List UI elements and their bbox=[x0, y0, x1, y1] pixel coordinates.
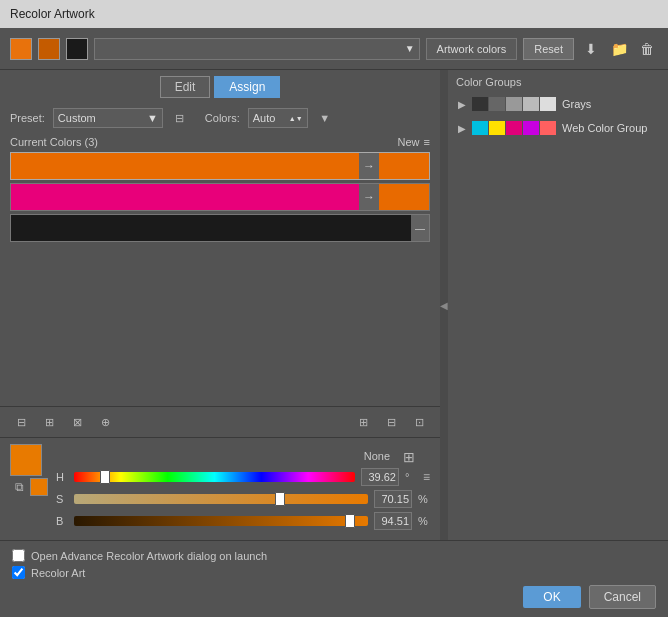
s-label: S bbox=[56, 493, 68, 505]
h-slider-row: H ° ≡ bbox=[56, 468, 430, 486]
open-advance-checkbox[interactable] bbox=[12, 549, 25, 562]
title-bar: Recolor Artwork bbox=[0, 0, 668, 28]
edit-assign-bar: Edit Assign bbox=[0, 70, 440, 104]
color-dropdown[interactable]: ▼ bbox=[94, 38, 420, 60]
h-unit: ° bbox=[405, 471, 417, 483]
current-color-bar-2 bbox=[11, 184, 359, 210]
new-color-bar-1 bbox=[379, 153, 429, 179]
colors-dropdown-icon[interactable]: ▼ bbox=[316, 109, 334, 127]
copy-icon-row: ⧉ bbox=[10, 478, 48, 496]
color-groups-title: Color Groups bbox=[456, 76, 660, 88]
s-slider-thumb[interactable] bbox=[275, 492, 285, 506]
reset-button[interactable]: Reset bbox=[523, 38, 574, 60]
window-title: Recolor Artwork bbox=[10, 7, 95, 21]
grid-icon-1[interactable]: ⊞ bbox=[352, 411, 374, 433]
grid-icon-3[interactable]: ⊡ bbox=[408, 411, 430, 433]
s-unit: % bbox=[418, 493, 430, 505]
dash-line: — bbox=[411, 223, 429, 234]
recolor-art-checkbox[interactable] bbox=[12, 566, 25, 579]
colors-spinner[interactable]: Auto ▲▼ bbox=[248, 108, 308, 128]
color-row-3[interactable]: — bbox=[10, 214, 430, 242]
cancel-button[interactable]: Cancel bbox=[589, 585, 656, 609]
web-group-label: Web Color Group bbox=[562, 122, 647, 134]
color-preview-big[interactable] bbox=[10, 444, 42, 476]
color-row-1[interactable]: → bbox=[10, 152, 430, 180]
web-swatch-3 bbox=[506, 121, 522, 135]
open-advance-row: Open Advance Recolor Artwork dialog on l… bbox=[12, 549, 656, 562]
gray-swatch-5 bbox=[540, 97, 556, 111]
artwork-colors-button[interactable]: Artwork colors bbox=[426, 38, 518, 60]
table-icons-right: ⊞ ⊟ ⊡ bbox=[352, 411, 430, 433]
ok-button[interactable]: OK bbox=[523, 586, 580, 608]
footer: Open Advance Recolor Artwork dialog on l… bbox=[0, 540, 668, 617]
assign-tab[interactable]: Assign bbox=[214, 76, 280, 98]
preset-dropdown[interactable]: Custom ▼ bbox=[53, 108, 163, 128]
current-colors-header: Current Colors (3) bbox=[10, 136, 98, 148]
web-swatch-1 bbox=[472, 121, 488, 135]
color-group-web[interactable]: ▶ Web Color Group bbox=[456, 118, 660, 138]
grays-swatches bbox=[472, 97, 556, 111]
unify-icon[interactable]: ⊠ bbox=[66, 411, 88, 433]
sliders-section: ⧉ None ⊞ H ° bbox=[0, 437, 440, 540]
s-value-input[interactable] bbox=[374, 490, 412, 508]
top-bar: ▼ Artwork colors Reset ⬇ 📁 🗑 bbox=[0, 28, 668, 70]
sliders-col: None ⊞ H ° ≡ S bbox=[56, 444, 430, 534]
main-body: Edit Assign Preset: Custom ▼ ⊟ Colors: A… bbox=[0, 70, 668, 540]
open-advance-label[interactable]: Open Advance Recolor Artwork dialog on l… bbox=[31, 550, 267, 562]
h-label: H bbox=[56, 471, 68, 483]
grid-none-icon[interactable]: ⊞ bbox=[398, 446, 420, 468]
h-slider-track[interactable] bbox=[74, 472, 355, 482]
color-preview-small[interactable] bbox=[30, 478, 48, 496]
preset-row: Preset: Custom ▼ ⊟ Colors: Auto ▲▼ ▼ bbox=[0, 104, 440, 132]
color-group-grays[interactable]: ▶ Grays bbox=[456, 94, 660, 114]
gray-swatch-2 bbox=[489, 97, 505, 111]
h-slider-menu[interactable]: ≡ bbox=[423, 470, 430, 484]
edit-tab[interactable]: Edit bbox=[160, 76, 211, 98]
footer-checks: Open Advance Recolor Artwork dialog on l… bbox=[12, 549, 656, 579]
gray-swatch-3 bbox=[506, 97, 522, 111]
grays-label: Grays bbox=[562, 98, 591, 110]
web-swatch-2 bbox=[489, 121, 505, 135]
h-slider-thumb[interactable] bbox=[100, 470, 110, 484]
b-slider-thumb[interactable] bbox=[345, 514, 355, 528]
window: Recolor Artwork ▼ Artwork colors Reset ⬇… bbox=[0, 0, 668, 617]
delete-icon[interactable]: 🗑 bbox=[636, 38, 658, 60]
recolor-art-label[interactable]: Recolor Art bbox=[31, 567, 85, 579]
new-colors-header: New ≡ bbox=[398, 136, 430, 148]
copy-color-icon[interactable]: ⧉ bbox=[10, 478, 28, 496]
current-color-bar-1 bbox=[11, 153, 359, 179]
none-label: None bbox=[364, 450, 392, 462]
folder-icon[interactable]: 📁 bbox=[608, 38, 630, 60]
table-bottom-icons: ⊟ ⊞ ⊠ ⊕ ⊞ ⊟ ⊡ bbox=[0, 406, 440, 437]
preset-icon[interactable]: ⊟ bbox=[171, 109, 189, 127]
panel-resizer[interactable]: ◀ bbox=[440, 70, 448, 540]
b-slider-row: B % bbox=[56, 512, 430, 530]
swatch-black[interactable] bbox=[66, 38, 88, 60]
colors-table-area: Current Colors (3) New ≡ → → bbox=[0, 132, 440, 406]
grid-icon-2[interactable]: ⊟ bbox=[380, 411, 402, 433]
gray-swatch-4 bbox=[523, 97, 539, 111]
cols-icon[interactable]: ⊞ bbox=[38, 411, 60, 433]
expand-arrow-grays: ▶ bbox=[458, 99, 466, 110]
add-row-icon[interactable]: ⊕ bbox=[94, 411, 116, 433]
web-swatch-4 bbox=[523, 121, 539, 135]
h-value-input[interactable] bbox=[361, 468, 399, 486]
b-unit: % bbox=[418, 515, 430, 527]
color-row-2[interactable]: → bbox=[10, 183, 430, 211]
colors-label: Colors: bbox=[205, 112, 240, 124]
none-and-grid: None ⊞ bbox=[56, 444, 430, 468]
b-value-input[interactable] bbox=[374, 512, 412, 530]
download-icon[interactable]: ⬇ bbox=[580, 38, 602, 60]
recolor-art-row: Recolor Art bbox=[12, 566, 656, 579]
b-slider-track[interactable] bbox=[74, 516, 368, 526]
swatch-dark-orange[interactable] bbox=[38, 38, 60, 60]
s-slider-track[interactable] bbox=[74, 494, 368, 504]
new-color-bar-2 bbox=[379, 184, 429, 210]
swatch-orange[interactable] bbox=[10, 38, 32, 60]
preview-col: ⧉ bbox=[10, 444, 48, 496]
rows-icon[interactable]: ⊟ bbox=[10, 411, 32, 433]
preset-label: Preset: bbox=[10, 112, 45, 124]
new-header-menu[interactable]: ≡ bbox=[424, 136, 430, 148]
b-label: B bbox=[56, 515, 68, 527]
right-panel: Color Groups ▶ Grays ▶ bbox=[448, 70, 668, 540]
